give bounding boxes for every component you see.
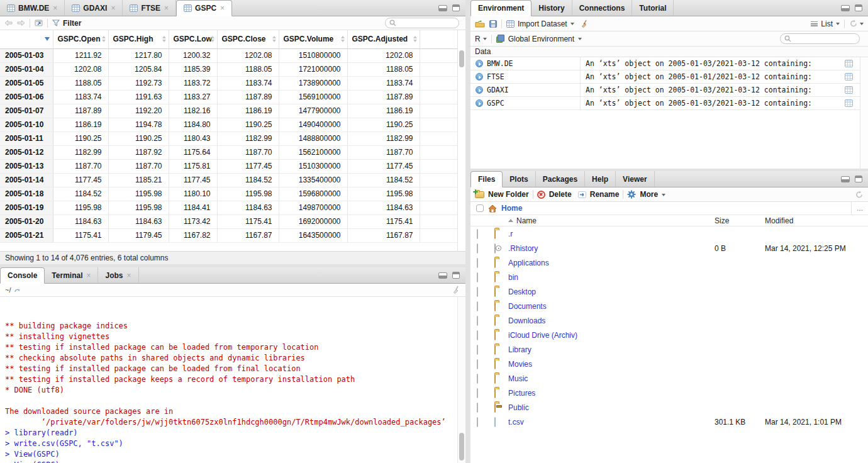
table-row[interactable]: 2005-01-131187.701187.701175.811177.4515… [0, 159, 457, 173]
column-header-size[interactable]: Size [715, 216, 765, 225]
tab-gdaxi[interactable]: GDAXI× [65, 0, 123, 16]
column-header-gspc-close[interactable]: GSPC.Close [217, 30, 279, 48]
file-name-link[interactable]: Desktop [508, 287, 715, 296]
file-checkbox[interactable] [477, 229, 478, 239]
column-header-name[interactable]: Name [508, 216, 715, 225]
tab-files[interactable]: Files [470, 171, 503, 187]
select-all-checkbox[interactable] [476, 204, 484, 212]
close-icon[interactable]: × [86, 271, 91, 280]
file-name-link[interactable]: Documents [508, 302, 715, 311]
table-row[interactable]: 2005-01-111190.251190.251180.431182.9914… [0, 131, 457, 145]
file-name-link[interactable]: Public [508, 403, 715, 412]
file-checkbox[interactable] [477, 388, 478, 398]
file-checkbox[interactable] [477, 272, 478, 282]
scrollbar-thumb[interactable] [459, 433, 464, 460]
refresh-files-button[interactable] [855, 191, 864, 199]
file-name-link[interactable]: bin [508, 273, 715, 282]
file-row[interactable]: .r [470, 226, 868, 241]
maximize-pane-icon[interactable] [452, 4, 460, 11]
tab-history[interactable]: History [531, 0, 572, 16]
maximize-pane-icon[interactable] [855, 4, 862, 11]
file-name-link[interactable]: iCloud Drive (Archiv) [508, 331, 715, 340]
environment-object-row[interactable]: BMW.DEAn ‘xts’ object on 2005-01-03/2021… [470, 57, 868, 70]
minimize-pane-icon[interactable] [438, 272, 447, 279]
filter-button[interactable]: Filter [52, 19, 81, 28]
file-checkbox[interactable] [477, 243, 478, 254]
breadcrumb-home-link[interactable]: Home [501, 204, 522, 213]
table-row[interactable]: 2005-01-031211.921217.801200.321202.0815… [0, 48, 457, 62]
import-dataset-button[interactable]: Import Dataset [506, 20, 574, 28]
close-icon[interactable]: × [220, 4, 225, 13]
table-row[interactable]: 2005-01-041202.081205.841185.391188.0517… [0, 62, 457, 76]
file-checkbox[interactable] [477, 287, 478, 297]
file-name-link[interactable]: Downloads [508, 316, 715, 325]
tab-tutorial[interactable]: Tutorial [632, 0, 674, 16]
tab-connections[interactable]: Connections [572, 0, 633, 16]
path-options-button[interactable]: ... [851, 202, 868, 215]
tab-gspc[interactable]: GSPC× [176, 0, 232, 16]
viewer-search-input[interactable] [385, 18, 459, 28]
console-vertical-scrollbar[interactable] [457, 297, 465, 463]
table-row[interactable]: 2005-01-191195.981195.981184.411184.6314… [0, 201, 457, 215]
viewer-vertical-scrollbar[interactable] [457, 30, 465, 251]
list-view-dropdown[interactable]: List [811, 20, 840, 28]
clear-environment-button[interactable] [580, 20, 589, 28]
file-row[interactable]: Public [470, 400, 868, 415]
vertical-splitter[interactable] [465, 0, 470, 463]
rowname-column-header[interactable] [0, 30, 53, 48]
column-header-modified[interactable]: Modified [765, 216, 868, 225]
view-in-grid-icon[interactable] [845, 73, 853, 81]
column-header-gspc-low[interactable]: GSPC.Low [169, 30, 217, 48]
maximize-pane-icon[interactable] [855, 176, 862, 182]
view-in-grid-icon[interactable] [845, 60, 853, 67]
file-name-link[interactable]: Music [508, 374, 715, 383]
file-row[interactable]: Music [470, 371, 868, 386]
file-name-link[interactable]: .r [508, 230, 715, 238]
column-header-gspc-high[interactable]: GSPC.High [108, 30, 169, 48]
tab-console[interactable]: Console [0, 267, 45, 284]
expand-object-icon[interactable] [476, 73, 483, 81]
file-checkbox[interactable] [477, 345, 478, 355]
close-icon[interactable]: × [53, 4, 57, 13]
tab-environment[interactable]: Environment [470, 0, 531, 16]
expand-object-icon[interactable] [476, 86, 483, 94]
file-name-link[interactable]: Library [508, 345, 715, 354]
environment-object-row[interactable]: GDAXIAn ‘xts’ object on 2005-01-03/2021-… [470, 84, 868, 97]
table-row[interactable]: 2005-01-201184.631184.631173.421175.4116… [0, 215, 457, 228]
file-name-link[interactable]: Movies [508, 360, 715, 369]
file-row[interactable]: t.csv301.1 KBMar 14, 2021, 1:01 PM [470, 415, 868, 429]
rename-button[interactable]: Rename [578, 190, 620, 199]
environment-object-row[interactable]: GSPCAn ‘xts’ object on 2005-01-03/2021-0… [470, 97, 868, 110]
close-icon[interactable]: × [127, 271, 131, 280]
table-row[interactable]: 2005-01-141177.451185.211177.451184.5213… [0, 173, 457, 187]
expand-object-icon[interactable] [476, 60, 483, 67]
file-row[interactable]: bin [470, 270, 868, 284]
view-in-grid-icon[interactable] [845, 86, 853, 94]
minimize-pane-icon[interactable] [841, 5, 850, 11]
more-dropdown[interactable]: More [627, 190, 665, 199]
file-checkbox[interactable] [477, 403, 478, 413]
tab-jobs[interactable]: Jobs× [98, 267, 138, 283]
tab-help[interactable]: Help [585, 171, 616, 187]
file-name-link[interactable]: t.csv [508, 418, 715, 427]
file-name-link[interactable]: Applications [508, 259, 715, 267]
column-header-gspc-open[interactable]: GSPC.Open [53, 30, 108, 48]
table-row[interactable]: 2005-01-061183.741191.631183.271187.8915… [0, 90, 457, 104]
minimize-pane-icon[interactable] [841, 176, 850, 182]
expand-object-icon[interactable] [476, 99, 483, 107]
new-folder-button[interactable]: New Folder [475, 190, 529, 199]
open-in-new-window-button[interactable] [35, 20, 43, 26]
file-row[interactable]: Downloads [470, 313, 868, 328]
view-in-grid-icon[interactable] [845, 99, 853, 107]
delete-button[interactable]: Delete [537, 190, 572, 199]
file-checkbox[interactable] [477, 258, 478, 268]
tab-bmw-de[interactable]: BMW.DE× [0, 0, 65, 16]
save-workspace-button[interactable] [489, 20, 497, 28]
file-name-link[interactable]: .Rhistory [508, 244, 715, 253]
environment-search-input[interactable] [780, 33, 860, 44]
column-header-gspc-volume[interactable]: GSPC.Volume [279, 30, 347, 48]
file-row[interactable]: Pictures [470, 386, 868, 400]
table-row[interactable]: 2005-01-121182.991187.921175.641187.7015… [0, 145, 457, 159]
goto-directory-icon[interactable] [14, 287, 21, 293]
column-header-gspc-adjusted[interactable]: GSPC.Adjusted [347, 30, 420, 48]
